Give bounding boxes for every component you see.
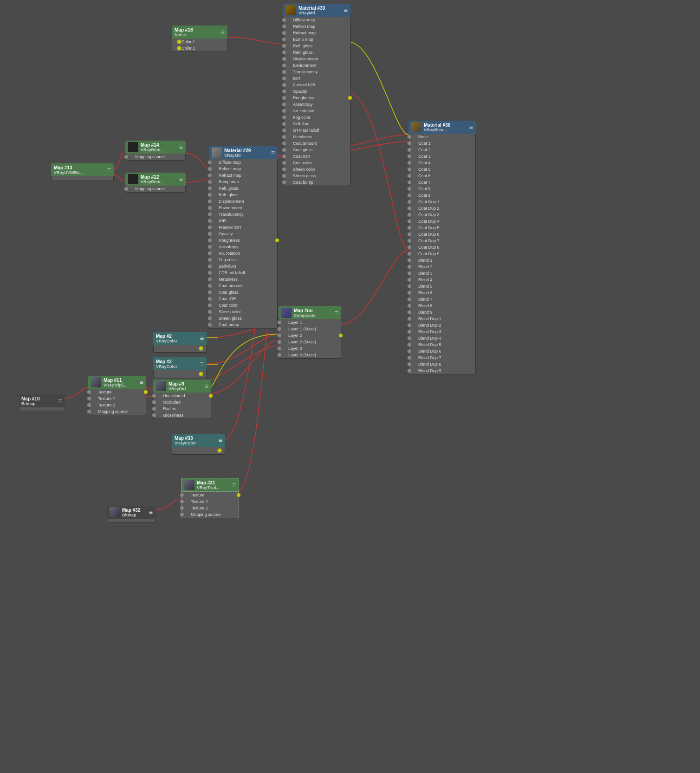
map16-menu[interactable]: ≡ <box>221 28 225 36</box>
map3-header[interactable]: Map #3 VRayColor ≡ <box>153 357 207 370</box>
m29-in-coat-ior[interactable] <box>207 296 212 301</box>
m33-in-roughness[interactable] <box>282 96 286 100</box>
m30-in-blend-dup8[interactable] <box>407 362 412 367</box>
m29-out-roughness[interactable] <box>275 238 279 242</box>
m33-in-coat-ior[interactable] <box>282 154 286 159</box>
mapuu-menu[interactable]: ≡ <box>335 309 338 316</box>
map11-header[interactable]: Map #11 VRayTripl... ≡ <box>88 376 146 389</box>
material29-header[interactable]: Material #29 VRayMtl ≡ <box>209 146 278 159</box>
material33-menu[interactable]: ≡ <box>344 6 348 14</box>
map9-in-radius[interactable] <box>152 406 156 411</box>
m33-in-displacement[interactable] <box>282 57 286 61</box>
m29-in-refr-gloss[interactable] <box>207 193 212 197</box>
m30-in-coat-dup7[interactable] <box>407 238 412 243</box>
m33-in-refr-gloss[interactable] <box>282 50 286 55</box>
map16-header[interactable]: Map #16 Noise ≡ <box>172 26 227 39</box>
map11-in-mapping[interactable] <box>87 409 91 414</box>
m30-in-coat5[interactable] <box>407 167 412 172</box>
mapuu-in-layer1-mask[interactable] <box>277 327 282 331</box>
m30-in-blend9[interactable] <box>407 310 412 315</box>
m29-in-translucency[interactable] <box>207 212 212 217</box>
m33-in-opacity[interactable] <box>282 89 286 94</box>
m30-in-blend-dup1[interactable] <box>407 316 412 321</box>
m30-in-coat1[interactable] <box>407 141 412 146</box>
map31-in-texture[interactable] <box>180 493 184 497</box>
map10-header[interactable]: Map #10 Bitmap ≡ <box>19 394 65 407</box>
m33-in-fresnel-ior[interactable] <box>282 83 286 87</box>
map14-in-mapping[interactable] <box>124 155 129 159</box>
map31-in-texture-z[interactable] <box>180 506 184 510</box>
m33-in-refract[interactable] <box>282 31 286 35</box>
material30-header[interactable]: Material #30 VRayBlen... ≡ <box>408 121 476 134</box>
map9-header[interactable]: Map #9 VRayDirt ≡ <box>153 380 211 393</box>
map9-in-glossiness[interactable] <box>152 413 156 418</box>
m30-in-coat-dup5[interactable] <box>407 225 412 230</box>
m33-in-fog-color[interactable] <box>282 115 286 120</box>
map10-menu[interactable]: ≡ <box>58 397 62 405</box>
map13-header[interactable]: Map #13 VRayUVWRa... ≡ <box>51 163 114 176</box>
material30-menu[interactable]: ≡ <box>469 123 473 131</box>
m33-in-translucency[interactable] <box>282 70 286 74</box>
mapuu-in-layer3-mask[interactable] <box>277 353 282 357</box>
m33-in-bump[interactable] <box>282 37 286 42</box>
m33-in-coat-amount[interactable] <box>282 141 286 146</box>
map33-header[interactable]: Map #33 VRayColor ≡ <box>172 434 225 447</box>
map31-menu[interactable]: ≡ <box>232 481 236 489</box>
map9-in-occluded[interactable] <box>152 400 156 405</box>
m29-in-anisotropy[interactable] <box>207 245 212 249</box>
map9-out-unoccluded[interactable] <box>209 394 213 398</box>
m30-in-blend-dup7[interactable] <box>407 355 412 360</box>
map16-out-color1[interactable] <box>177 39 181 44</box>
m29-in-coat-amount[interactable] <box>207 283 212 288</box>
m29-in-coat-gloss[interactable] <box>207 290 212 295</box>
map11-in-texture-z[interactable] <box>87 403 91 407</box>
m30-in-coat-dup1[interactable] <box>407 200 412 204</box>
m30-in-blend8[interactable] <box>407 303 412 308</box>
map11-in-texture[interactable] <box>87 390 91 394</box>
m33-in-ior[interactable] <box>282 76 286 81</box>
m30-in-blend-dup4[interactable] <box>407 336 412 341</box>
map3-menu[interactable]: ≡ <box>200 360 204 367</box>
m30-in-coat6[interactable] <box>407 174 412 178</box>
map31-out-texture[interactable] <box>237 493 240 497</box>
mapuu-header[interactable]: Map #uu Composite ≡ <box>279 306 341 319</box>
m33-in-coat-color[interactable] <box>282 161 286 165</box>
m30-in-blend-dup9[interactable] <box>407 368 412 373</box>
m29-in-refract[interactable] <box>207 173 212 178</box>
map13-menu[interactable]: ≡ <box>107 166 111 174</box>
m30-in-blend4[interactable] <box>407 277 412 282</box>
m29-in-bump[interactable] <box>207 180 212 184</box>
m33-in-coat-bump[interactable] <box>282 180 286 185</box>
m33-in-metalness[interactable] <box>282 135 286 139</box>
m29-in-coat-color[interactable] <box>207 303 212 308</box>
m30-in-blend5[interactable] <box>407 284 412 289</box>
m33-in-diffuse[interactable] <box>282 18 286 22</box>
map31-in-mapping[interactable] <box>180 512 184 517</box>
m30-in-blend2[interactable] <box>407 264 412 269</box>
m30-in-blend6[interactable] <box>407 290 412 295</box>
m33-in-sheen-color[interactable] <box>282 167 286 172</box>
map31-header[interactable]: Map #31 VRayTripl... ≡ <box>181 478 239 492</box>
map12-in-mapping[interactable] <box>124 187 129 191</box>
mapuu-in-layer2[interactable] <box>277 333 282 338</box>
m29-in-sheen-gloss[interactable] <box>207 316 212 321</box>
map32-header[interactable]: Map #32 Bitmap ≡ <box>107 506 156 519</box>
m30-in-blend3[interactable] <box>407 271 412 276</box>
m30-in-coat-dup9[interactable] <box>407 251 412 256</box>
m33-in-an-rotation[interactable] <box>282 109 286 113</box>
map16-out-color2[interactable] <box>177 46 181 51</box>
m29-in-opacity[interactable] <box>207 232 212 236</box>
m29-in-ior[interactable] <box>207 219 212 223</box>
map9-in-unoccluded[interactable] <box>152 393 156 398</box>
m29-in-sheen-color[interactable] <box>207 309 212 314</box>
m30-in-coat-dup3[interactable] <box>407 213 412 217</box>
map12-menu[interactable]: ≡ <box>179 175 183 183</box>
material33-header[interactable]: Material #33 VRayMtl ≡ <box>283 4 350 17</box>
m30-in-coat4[interactable] <box>407 161 412 165</box>
map9-menu[interactable]: ≡ <box>205 382 208 390</box>
m33-in-anisotropy[interactable] <box>282 102 286 107</box>
map2-header[interactable]: Map #2 VRayColor ≡ <box>153 332 207 345</box>
m30-in-coat-dup6[interactable] <box>407 232 412 237</box>
m30-in-blend-dup6[interactable] <box>407 349 412 354</box>
m33-in-environment[interactable] <box>282 63 286 68</box>
